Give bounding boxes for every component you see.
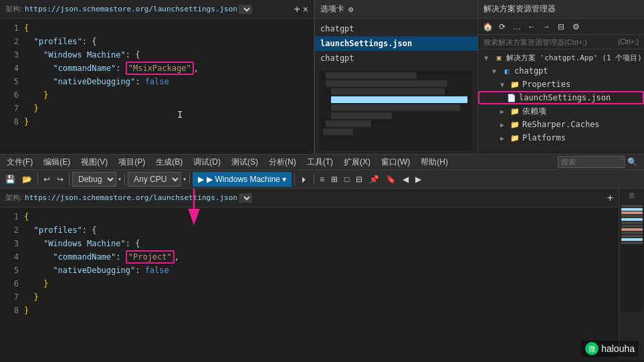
toolbar-extra3[interactable]: □ — [342, 172, 352, 187]
toolbar-extra2[interactable]: ⊞ — [328, 172, 340, 187]
menu-item-debug[interactable]: 调试(D) — [188, 154, 226, 170]
search-shortcut: (Ctrl+;) — [618, 38, 639, 46]
bottom-code-line-4[interactable]: 4 "commandName": "Project", — [0, 250, 619, 264]
menu-item-edit[interactable]: 编辑(E) — [38, 154, 76, 170]
tabs-panel-title: 选项卡 — [320, 3, 344, 15]
expand-icon-project: ▼ — [489, 66, 500, 76]
search-icon: 🔍 — [627, 157, 637, 167]
bottom-code-line-5: 5 "nativeDebugging": false — [0, 264, 619, 277]
toolbar-cpu-select[interactable]: Any CPU — [128, 172, 181, 187]
sol-forward-btn[interactable]: → — [540, 20, 553, 33]
folder-icon-platforms: 📁 — [510, 132, 520, 143]
sol-dots-btn[interactable]: … — [510, 20, 524, 33]
solution-search-input[interactable] — [484, 38, 615, 46]
tree-item-project[interactable]: ▼ ◧ chatgpt — [478, 64, 644, 78]
run-label: ▶ Windows Machine ▾ — [207, 175, 286, 184]
close-button-top[interactable]: × — [303, 4, 308, 15]
watermark: 微 halouha — [581, 341, 639, 357]
gear-icon[interactable]: ⚙ — [348, 5, 353, 14]
schema-url-bottom: https://json.schemastore.org/launchsetti… — [25, 193, 237, 202]
toolbar-extra6[interactable]: 🔖 — [383, 172, 399, 187]
tab-item-chatgpt1[interactable]: chatgpt — [315, 21, 477, 36]
toolbar-extra7[interactable]: ◀ — [400, 172, 411, 187]
menu-item-build[interactable]: 生成(B) — [150, 154, 188, 170]
toolbar-extra8[interactable]: ▶ — [413, 172, 424, 187]
tab-item-chatgpt2[interactable]: chatgpt — [315, 51, 477, 66]
menu-item-view[interactable]: 视图(V) — [76, 154, 113, 170]
toolbar-sep2 — [69, 173, 70, 185]
bottom-section: 架构: https://json.schemastore.org/launchs… — [0, 189, 644, 359]
sol-home-btn[interactable]: 🏠 — [481, 20, 494, 33]
tree-item-properties[interactable]: ▼ 📁 Properties — [478, 78, 644, 91]
tab-item-label-3: chatgpt — [320, 54, 354, 63]
schema-dropdown[interactable] — [239, 5, 252, 14]
toolbar-redo-btn[interactable]: ↪ — [54, 172, 66, 187]
bottom-code-line-1: 1 { — [0, 210, 619, 223]
sol-back-btn[interactable]: ← — [525, 20, 538, 33]
watermark-text: halouha — [601, 343, 635, 354]
bottom-code-line-6: 6 } — [0, 277, 619, 290]
menu-item-tools[interactable]: 工具(T) — [302, 154, 338, 170]
folder-icon-deps: 📁 — [510, 106, 520, 116]
tabs-panel: 选项卡 ⚙ chatgpt launchSettings.json chatgp… — [314, 0, 478, 154]
toolbar-attach-btn[interactable]: ⏵ — [298, 172, 311, 187]
menu-item-file[interactable]: 文件(F) — [1, 154, 38, 170]
toolbar-save-btn[interactable]: 💾 — [3, 172, 18, 187]
run-icon: ▶ — [198, 175, 204, 184]
tab-item-launchsettings[interactable]: launchSettings.json — [315, 36, 477, 51]
file-icon-launchsettings: 📄 — [506, 92, 517, 103]
deps-label: 依赖项 — [522, 106, 546, 117]
schema-dropdown-bottom[interactable] — [239, 193, 252, 203]
solution-toolbar: 🏠 ⟳ … ← → ⊟ ⚙ — [478, 19, 644, 35]
menu-item-help[interactable]: 帮助(H) — [415, 154, 453, 170]
toolbar-extra5[interactable]: 📌 — [366, 172, 382, 187]
bottom-code-content: 1 { 2 "profiles": { 3 "Windows Machine":… — [0, 207, 619, 320]
expand-icon-resharper: ▶ — [497, 119, 508, 130]
menu-item-window[interactable]: 窗口(W) — [376, 154, 415, 170]
tab-mini-preview — [320, 71, 472, 151]
toolbar-extra1[interactable]: ≡ — [317, 172, 327, 187]
code-line-4[interactable]: 4 "commandName": "MsixPackage", — [0, 62, 314, 75]
expand-icon-solution: ▼ — [481, 52, 492, 63]
menu-search-area: 🔍 — [552, 156, 643, 168]
schema-label-top: 架构: — [5, 4, 22, 14]
menu-item-ext[interactable]: 扩展(X) — [338, 154, 376, 170]
launchsettings-label: launchSettings.json — [519, 93, 611, 102]
tab-add-button-bottom[interactable]: + — [607, 192, 613, 204]
menu-item-test[interactable]: 测试(S) — [226, 154, 263, 170]
toolbar-sep4 — [189, 173, 190, 185]
editor-top-header: 架构: https://json.schemastore.org/launchs… — [0, 0, 314, 19]
menu-item-analyze[interactable]: 分析(N) — [263, 154, 302, 170]
platforms-label: Platforms — [522, 133, 566, 143]
tree-item-deps[interactable]: ▶ 📁 依赖项 — [478, 104, 644, 118]
solution-icon: ▣ — [494, 52, 504, 63]
sol-settings-btn[interactable]: ⚙ — [569, 20, 582, 33]
top-code-content: 1 { 2 "profiles": { 3 "Windows Machine":… — [0, 19, 314, 131]
project-label: chatgpt — [514, 66, 548, 76]
watermark-icon: 微 — [585, 342, 599, 355]
toolbar-debug-select[interactable]: Debug — [72, 172, 116, 187]
menu-item-project[interactable]: 项目(P) — [113, 154, 150, 170]
expand-icon-platforms: ▶ — [497, 132, 508, 143]
toolbar-extra4[interactable]: ⊟ — [353, 172, 365, 187]
sol-sync-btn[interactable]: ⟳ — [496, 20, 509, 33]
toolbar-undo-btn[interactable]: ↩ — [41, 172, 53, 187]
toolbar-arrow-cpu: ▾ — [183, 175, 187, 183]
schema-url-top: https://json.schemastore.org/launchsetti… — [25, 5, 237, 13]
tree-item-launchsettings[interactable]: 📄 launchSettings.json — [478, 91, 644, 104]
solution-panel: 解决方案资源管理器 🏠 ⟳ … ← → ⊟ ⚙ (Ctrl+;) ▼ ▣ 解决方… — [478, 0, 644, 154]
sol-filter-btn[interactable]: ⊟ — [554, 20, 568, 33]
tree-item-solution[interactable]: ▼ ▣ 解决方案 'chatgpt.App' (1 个项目) — [478, 51, 644, 64]
menu-search-input[interactable] — [558, 156, 625, 168]
toolbar-run-button[interactable]: ▶ ▶ Windows Machine ▾ — [193, 172, 292, 187]
code-line-6: 6 } — [0, 88, 314, 102]
tab-panel-content: chatgpt launchSettings.json chatgpt — [315, 19, 477, 68]
toolbar-open-btn[interactable]: 📂 — [19, 172, 35, 187]
tab-add-button-top[interactable]: + — [294, 3, 300, 15]
solution-label: 解决方案 'chatgpt.App' (1 个项目) — [506, 53, 642, 63]
top-section: 架构: https://json.schemastore.org/launchs… — [0, 0, 644, 154]
editor-bottom-header: 架构: https://json.schemastore.org/launchs… — [0, 189, 619, 207]
toolbar-arrow-debug: ▾ — [118, 175, 122, 183]
tree-item-platforms[interactable]: ▶ 📁 Platforms — [478, 131, 644, 145]
tree-item-resharper[interactable]: ▶ 📁 ReSharper.Caches — [478, 118, 644, 131]
